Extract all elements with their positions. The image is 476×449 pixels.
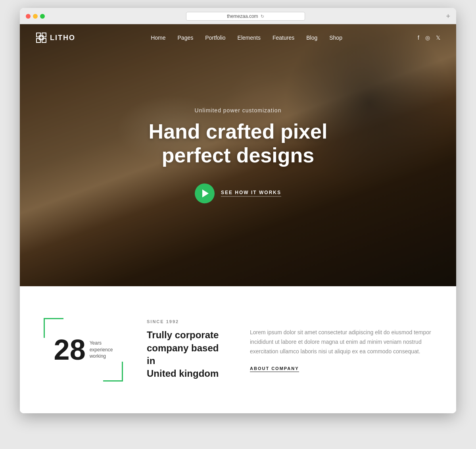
logo-text: LITHO [50, 34, 75, 42]
hero-cta: SEE HOW IT WORKS [129, 183, 347, 203]
nav-list: Home Pages Portfolio Elements Features B… [151, 34, 342, 41]
svg-rect-4 [42, 39, 46, 42]
nav-link-blog[interactable]: Blog [306, 35, 317, 41]
play-button[interactable] [195, 183, 215, 203]
nav-link-elements[interactable]: Elements [238, 35, 261, 41]
address-bar-container: themezaa.com ↻ [50, 12, 441, 21]
about-description: Lorem ipsum dolor sit amet consectetur a… [250, 328, 432, 356]
nav-link-pages[interactable]: Pages [178, 35, 194, 41]
nav-link-features[interactable]: Features [273, 35, 294, 41]
nav-link-shop[interactable]: Shop [329, 35, 342, 41]
years-number: 28 [54, 335, 86, 364]
site-header: LITHO Home Pages Portfolio Elements Feat… [20, 24, 456, 51]
about-company-link[interactable]: ABOUT COMPANY [250, 366, 299, 372]
nav-item-portfolio[interactable]: Portfolio [205, 34, 225, 41]
twitter-icon[interactable]: 𝕏 [436, 35, 440, 41]
refresh-icon[interactable]: ↻ [261, 14, 264, 19]
facebook-icon[interactable]: f [418, 35, 419, 41]
main-navigation: Home Pages Portfolio Elements Features B… [151, 34, 342, 41]
hero-subtitle: Unlimited power customization [129, 107, 347, 114]
about-section: 28 Years experience working SINCE 1992 T… [20, 286, 456, 413]
nav-item-features[interactable]: Features [273, 34, 294, 41]
social-links: f ◎ 𝕏 [418, 35, 440, 41]
new-tab-button[interactable]: + [446, 12, 450, 21]
svg-rect-1 [42, 33, 46, 37]
svg-rect-2 [39, 36, 43, 40]
years-label-line3: working [90, 353, 113, 360]
minimize-dot[interactable] [33, 14, 38, 19]
browser-chrome: themezaa.com ↻ + [20, 8, 456, 24]
nav-item-blog[interactable]: Blog [306, 34, 317, 41]
headline-line2: company based in [147, 343, 219, 366]
years-label-line2: experience [90, 347, 113, 353]
since-label: SINCE 1992 [147, 319, 226, 324]
svg-rect-3 [36, 39, 40, 42]
nav-item-pages[interactable]: Pages [178, 34, 194, 41]
about-headline: Trully corporate company based in United… [147, 329, 226, 380]
browser-dots [26, 14, 45, 19]
hero-title: Hand crafted pixel perfect designs [129, 120, 347, 168]
url-text: themezaa.com [227, 13, 258, 19]
nav-link-portfolio[interactable]: Portfolio [205, 35, 225, 41]
nav-item-elements[interactable]: Elements [238, 34, 261, 41]
address-bar[interactable]: themezaa.com ↻ [186, 12, 305, 21]
about-middle: SINCE 1992 Trully corporate company base… [147, 319, 226, 380]
instagram-icon[interactable]: ◎ [425, 35, 430, 41]
close-dot[interactable] [26, 14, 31, 19]
years-block: 28 Years experience working [44, 318, 123, 382]
headline-line3: United kingdom [147, 368, 219, 379]
nav-item-shop[interactable]: Shop [329, 34, 342, 41]
logo-icon [36, 32, 47, 43]
maximize-dot[interactable] [40, 14, 45, 19]
about-text-block: Lorem ipsum dolor sit amet consectetur a… [250, 328, 432, 371]
nav-link-home[interactable]: Home [151, 35, 165, 41]
logo[interactable]: LITHO [36, 32, 75, 43]
years-label: Years experience working [90, 340, 113, 360]
cta-label[interactable]: SEE HOW IT WORKS [221, 190, 281, 197]
site-content: LITHO Home Pages Portfolio Elements Feat… [20, 24, 456, 413]
nav-item-home[interactable]: Home [151, 34, 165, 41]
headline-line1: Trully corporate [147, 330, 219, 340]
play-icon [202, 189, 209, 197]
svg-rect-0 [36, 33, 40, 37]
browser-window: themezaa.com ↻ + [20, 8, 456, 413]
hero-content: Unlimited power customization Hand craft… [129, 107, 347, 203]
hero-section: LITHO Home Pages Portfolio Elements Feat… [20, 24, 456, 286]
years-inner: 28 Years experience working [50, 324, 117, 376]
years-label-line1: Years [90, 340, 113, 347]
